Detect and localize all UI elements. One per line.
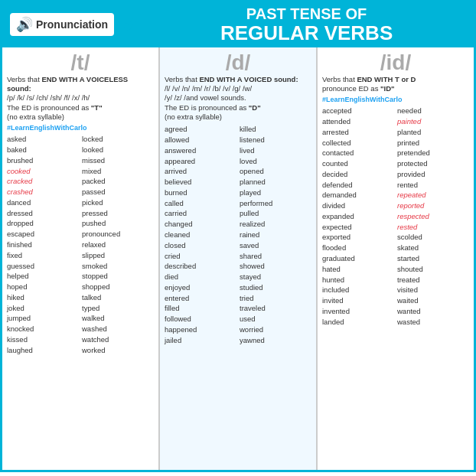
- word: shared: [240, 251, 311, 262]
- word: believed: [165, 177, 236, 187]
- word: collected: [322, 138, 394, 148]
- word: hoped: [7, 282, 79, 292]
- word: filled: [165, 303, 236, 314]
- word: arrested: [322, 127, 394, 138]
- word: fixed: [7, 250, 79, 261]
- word: smoked: [82, 261, 154, 272]
- word: wanted: [397, 306, 469, 317]
- word: enjoyed: [165, 282, 236, 293]
- word: waited: [397, 295, 469, 306]
- word: happened: [165, 324, 236, 335]
- word: laughed: [7, 345, 79, 356]
- word: listened: [240, 135, 311, 145]
- word: followed: [165, 314, 236, 324]
- word: burned: [165, 187, 236, 198]
- word: died: [165, 272, 236, 282]
- word: protected: [397, 158, 469, 169]
- col-id-symbol: /id/: [322, 51, 469, 75]
- word: treated: [397, 275, 469, 285]
- col-d-symbol: /d/: [165, 51, 311, 75]
- word: lived: [240, 145, 311, 156]
- word: missed: [82, 155, 154, 166]
- word: rested: [397, 222, 469, 233]
- word: looked: [82, 145, 154, 155]
- word: pronounced: [82, 229, 154, 240]
- word: reported: [397, 201, 469, 211]
- word: passed: [82, 187, 154, 197]
- word: watched: [82, 334, 154, 345]
- word: carried: [165, 208, 236, 219]
- word: jumped: [7, 313, 79, 324]
- col-t-hashtag: #LearnEnglishWithCarlo: [7, 124, 154, 132]
- word: visited: [397, 285, 469, 295]
- word: pressed: [82, 208, 154, 219]
- word: shouted: [397, 264, 469, 275]
- word: needed: [397, 106, 469, 116]
- word: invented: [322, 306, 394, 317]
- word: accepted: [322, 106, 394, 116]
- word: stopped: [82, 271, 154, 282]
- word: agreed: [165, 124, 236, 135]
- col-t-words: asked baked brushed cooked cracked crash…: [7, 134, 154, 355]
- word: slipped: [82, 250, 154, 261]
- word: dropped: [7, 218, 79, 229]
- word: traveled: [240, 303, 311, 314]
- pronunciation-label: Pronunciation: [36, 18, 108, 31]
- word: answered: [165, 145, 236, 156]
- word: hated: [322, 264, 394, 275]
- word: expected: [322, 222, 394, 233]
- word: cried: [165, 251, 236, 262]
- word: helped: [7, 271, 79, 282]
- word: divided: [322, 201, 394, 211]
- word: started: [397, 253, 469, 264]
- word: stayed: [240, 272, 311, 282]
- col-t-symbol: /t/: [7, 51, 154, 75]
- pronunciation-box: 🔊 Pronunciation: [8, 11, 116, 37]
- word: studied: [240, 282, 311, 293]
- word: expanded: [322, 211, 394, 222]
- word: contacted: [322, 148, 394, 158]
- word: walked: [82, 313, 154, 324]
- word: dressed: [7, 208, 79, 219]
- word: attended: [322, 116, 394, 127]
- header: 🔊 Pronunciation ✔ PAST TENSE OF REGULAR …: [2, 2, 474, 47]
- word: realized: [240, 219, 311, 230]
- word: provided: [397, 169, 469, 180]
- col-d-words: agreed allowed answered appeared arrived…: [165, 124, 311, 345]
- word: skated: [397, 243, 469, 253]
- word: washed: [82, 324, 154, 334]
- word: wasted: [397, 317, 469, 328]
- word: described: [165, 261, 236, 272]
- word: hiked: [7, 292, 79, 303]
- word: relaxed: [82, 240, 154, 250]
- word: danced: [7, 197, 79, 208]
- word: worried: [240, 324, 311, 335]
- speaker-icon: 🔊: [16, 16, 33, 33]
- word: locked: [82, 134, 154, 145]
- word: appeared: [165, 156, 236, 167]
- col-d-words-left: agreed allowed answered appeared arrived…: [165, 124, 236, 345]
- word: escaped: [7, 229, 79, 240]
- word: pushed: [82, 218, 154, 229]
- column-t: /t/ Verbs that END WITH A VOICELESS soun…: [2, 47, 160, 470]
- main-title: PAST TENSE OF REGULAR VERBS: [145, 5, 468, 44]
- word: rained: [240, 230, 311, 240]
- word: entered: [165, 293, 236, 304]
- word: cracked: [7, 176, 79, 187]
- word: exported: [322, 232, 394, 243]
- word: allowed: [165, 135, 236, 145]
- col-t-words-left: asked baked brushed cooked cracked crash…: [7, 134, 79, 355]
- word: showed: [240, 261, 311, 272]
- word: planted: [397, 127, 469, 138]
- col-d-description: Verbs that END WITH A VOICED sound: /l/ …: [165, 75, 311, 122]
- word: performed: [240, 198, 311, 209]
- word: yawned: [240, 335, 311, 346]
- col-id-words-right: needed painted planted printed pretended…: [397, 106, 469, 327]
- word: saved: [240, 240, 311, 251]
- word: pretended: [397, 148, 469, 158]
- word: hunted: [322, 275, 394, 285]
- word: called: [165, 198, 236, 209]
- word: packed: [82, 176, 154, 187]
- col-id-words: accepted attended arrested collected con…: [322, 106, 469, 327]
- col-id-hashtag: #LearnEnglishWithCarlo: [322, 96, 469, 103]
